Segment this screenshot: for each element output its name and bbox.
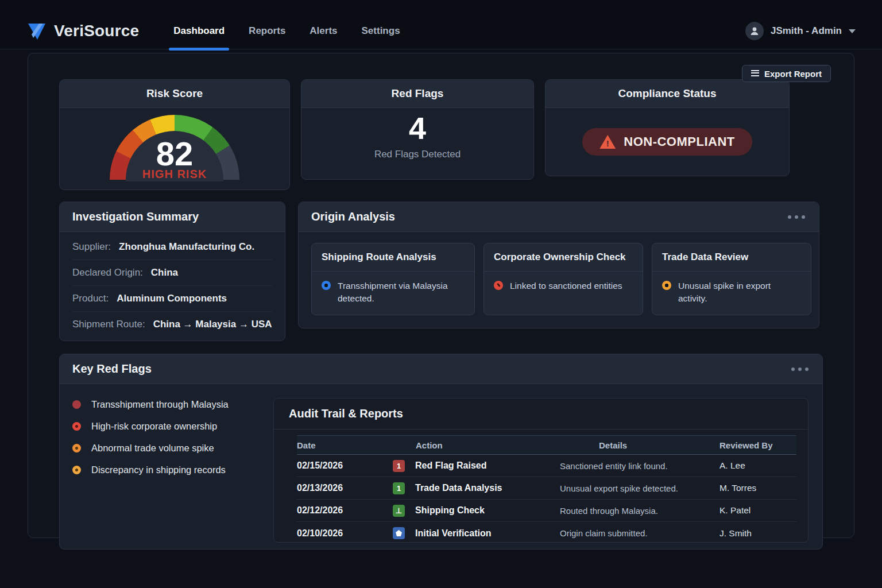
red-dot-icon — [72, 422, 81, 431]
origin-analysis-body: Shipping Route Analysis Transshipment vi… — [299, 232, 819, 328]
product-value: Aluminum Components — [117, 293, 227, 304]
export-report-label: Export Report — [764, 69, 822, 79]
warning-triangle-icon — [599, 135, 616, 149]
trade-data-review-text: Unusual spike in export activity. — [678, 280, 801, 305]
analysis-row: Investigation Summary Supplier: Zhonghua… — [59, 202, 823, 341]
list-item: Discrepancy in shipping records — [72, 465, 273, 475]
risk-gauge-body: 82 HIGH RISK — [60, 108, 289, 189]
investigation-summary-body: Supplier: Zhonghua Manufacturing Co. Dec… — [60, 232, 285, 341]
pentagon-shield-icon — [396, 530, 402, 536]
supplier-label: Supplier: — [72, 241, 111, 253]
col-reviewed-by: Reviewed By — [719, 440, 796, 450]
trade-data-review-title: Trade Data Review — [652, 243, 811, 272]
summary-row-origin: Declared Origin: China — [72, 260, 272, 286]
table-row: 02/15/2026 1 Red Flag Raised Sanctioned … — [297, 455, 796, 477]
list-item: Transshipment through Malaysia — [72, 399, 273, 410]
col-action: Action — [393, 440, 560, 450]
v-triangle-icon — [26, 21, 47, 41]
amber-dot-icon — [662, 281, 671, 290]
amber-dot-icon — [72, 466, 81, 474]
compliance-card: Compliance Status NON-COMPLIANT — [545, 79, 790, 176]
nav-item-alerts[interactable]: Alerts — [308, 23, 338, 39]
risk-score-value: 82 — [110, 134, 239, 173]
blue-radio-dot-icon — [322, 281, 331, 290]
trade-data-review-card: Trade Data Review Unusual spike in expor… — [652, 243, 811, 315]
summary-row-route: Shipment Route: China → Malaysia → USA — [72, 312, 272, 337]
compliance-title: Compliance Status — [546, 80, 789, 108]
shipping-route-analysis-card: Shipping Route Analysis Transshipment vi… — [311, 243, 475, 315]
main-nav: Dashboard Reports Alerts Settings — [172, 13, 401, 49]
nav-item-settings[interactable]: Settings — [361, 23, 401, 39]
shipment-route-label: Shipment Route: — [72, 319, 145, 330]
summary-row-product: Product: Aluminum Components — [72, 286, 272, 312]
origin-analysis-title: Origin Analysis — [311, 210, 395, 223]
avatar — [745, 22, 764, 40]
red-flags-title: Red Flags — [301, 80, 533, 108]
supplier-value: Zhonghua Manufacturing Co. — [119, 241, 254, 253]
red-flag-list: Transshipment through Malaysia High-risk… — [72, 398, 273, 543]
chevron-down-icon — [849, 29, 856, 33]
red-flags-count: 4 — [301, 111, 533, 145]
compliance-body: NON-COMPLIANT — [546, 108, 789, 176]
product-label: Product: — [72, 293, 109, 304]
verification-badge — [393, 527, 405, 539]
declared-origin-label: Declared Origin: — [72, 267, 143, 278]
export-report-button[interactable]: Export Report — [742, 65, 831, 82]
audit-trail-title: Audit Trail & Reports — [274, 399, 808, 430]
col-date: Date — [297, 440, 393, 450]
ellipsis-menu-icon[interactable] — [790, 365, 810, 373]
user-name: JSmith - Admin — [771, 25, 842, 37]
risk-gauge: 82 HIGH RISK — [110, 115, 239, 181]
risk-score-title: Risk Score — [60, 80, 289, 108]
brand-logo: VeriSource — [26, 21, 139, 41]
top-nav: VeriSource Dashboard Reports Alerts Sett… — [0, 0, 882, 49]
shipping-route-analysis-text: Transshipment via Malaysia detected. — [338, 280, 465, 305]
audit-trail-card: Audit Trail & Reports Date Action Detail… — [273, 398, 808, 543]
summary-row-supplier: Supplier: Zhonghua Manufacturing Co. — [72, 234, 272, 260]
shipping-check-badge: ⊥ — [393, 505, 405, 517]
audit-table: Date Action Details Reviewed By 02/15/20… — [274, 430, 808, 543]
red-flag-badge: 1 — [393, 460, 405, 472]
col-details: Details — [560, 440, 719, 450]
compliance-status-badge: NON-COMPLIANT — [582, 128, 752, 156]
red-flags-card: Red Flags 4 Red Flags Detected — [301, 79, 534, 180]
corporate-ownership-check-card: Corporate Ownership Check Linked to sanc… — [483, 243, 643, 315]
dashboard-panel: Export Report Risk Score 82 HIGH RISK Re… — [28, 53, 854, 538]
brand-name: VeriSource — [54, 22, 139, 40]
investigation-summary-title: Investigation Summary — [72, 210, 199, 223]
trade-data-badge: 1 — [393, 482, 405, 494]
table-header-row: Date Action Details Reviewed By — [297, 435, 796, 455]
declared-origin-value: China — [151, 267, 178, 278]
table-row: 02/10/2026 Initial Verification Origin c… — [297, 522, 796, 543]
red-dot-icon — [72, 400, 81, 409]
risk-level-label: HIGH RISK — [110, 168, 239, 181]
red-alert-dot-icon — [494, 281, 503, 290]
key-red-flags-title: Key Red Flags — [72, 362, 152, 376]
nav-item-reports[interactable]: Reports — [247, 23, 287, 39]
kpi-row: Risk Score 82 HIGH RISK Red Flags 4 Red … — [59, 79, 823, 190]
corporate-ownership-check-title: Corporate Ownership Check — [484, 243, 643, 272]
compliance-status-text: NON-COMPLIANT — [624, 134, 734, 149]
table-row: 02/13/2026 1 Trade Data Analysis Unusual… — [297, 477, 796, 500]
list-lines-icon — [751, 70, 759, 78]
orange-dot-icon — [72, 444, 81, 452]
list-item: Abnormal trade volume spike — [72, 443, 273, 454]
table-row: 02/12/2026 ⊥ Shipping Check Routed throu… — [297, 500, 796, 522]
red-flags-subtitle: Red Flags Detected — [301, 149, 533, 160]
risk-score-card: Risk Score 82 HIGH RISK — [59, 79, 290, 190]
shipping-route-analysis-title: Shipping Route Analysis — [312, 243, 474, 272]
origin-analysis-card: Origin Analysis Shipping Route Analysis … — [298, 202, 819, 328]
corporate-ownership-check-text: Linked to sanctioned entities — [510, 280, 622, 292]
nav-item-dashboard[interactable]: Dashboard — [172, 23, 226, 39]
shipment-route-value: China → Malaysia → USA — [153, 319, 272, 330]
user-menu[interactable]: JSmith - Admin — [745, 22, 856, 40]
ellipsis-menu-icon[interactable] — [787, 213, 806, 221]
key-red-flags-panel: Key Red Flags Transshipment through Mala… — [59, 354, 823, 550]
list-item: High-risk corporate ownership — [72, 421, 273, 432]
red-flags-body: 4 Red Flags Detected — [301, 111, 533, 179]
investigation-summary-card: Investigation Summary Supplier: Zhonghua… — [59, 202, 285, 341]
